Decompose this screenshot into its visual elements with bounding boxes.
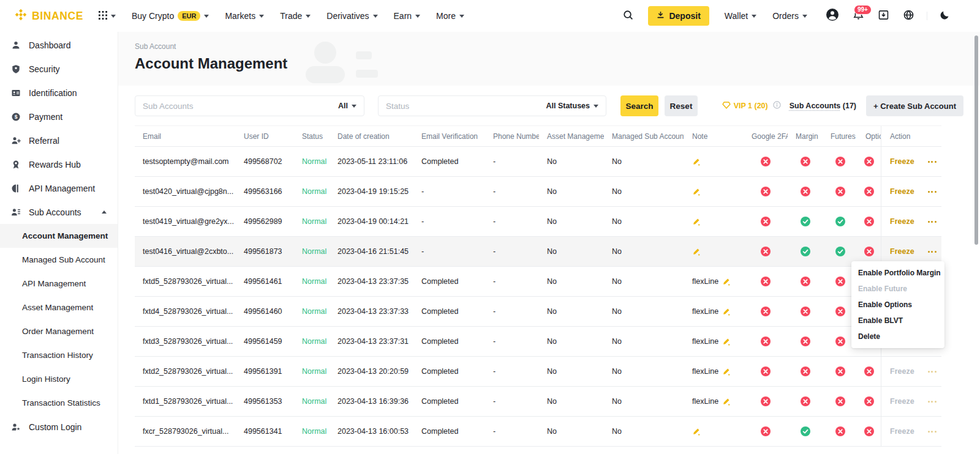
disabled-cross-icon[interactable] — [761, 307, 771, 316]
freeze-button[interactable]: Freeze — [890, 427, 914, 436]
row-actions-button[interactable] — [928, 431, 937, 433]
freeze-button[interactable]: Freeze — [890, 157, 914, 166]
disabled-cross-icon[interactable] — [835, 396, 845, 406]
sidebar-item-sub-accounts[interactable]: Sub Accounts — [0, 200, 118, 224]
orders-menu[interactable]: Orders — [764, 11, 815, 21]
col-header-managed-sub-account[interactable]: Managed Sub Account — [604, 132, 684, 141]
edit-note-icon[interactable] — [722, 338, 730, 346]
edit-note-icon[interactable] — [722, 398, 730, 406]
row-actions-button[interactable] — [928, 251, 937, 253]
sub-accounts-type-select[interactable]: All — [338, 102, 356, 110]
edit-note-icon[interactable] — [692, 428, 700, 436]
sidebar-item-identification[interactable]: Identification — [0, 81, 118, 105]
binance-logo[interactable]: BINANCE — [13, 7, 83, 24]
disabled-cross-icon[interactable] — [761, 187, 771, 196]
row-actions-button[interactable] — [928, 401, 937, 403]
apps-menu-button[interactable] — [91, 0, 124, 32]
row-actions-button[interactable] — [928, 371, 937, 373]
disabled-cross-icon[interactable] — [835, 426, 845, 436]
disabled-cross-icon[interactable] — [761, 396, 771, 406]
disabled-cross-icon[interactable] — [801, 277, 810, 286]
sidebar-subitem-login-history[interactable]: Login History — [0, 367, 118, 391]
edit-note-icon[interactable] — [692, 218, 700, 226]
deposit-button[interactable]: Deposit — [648, 6, 709, 26]
disabled-cross-icon[interactable] — [801, 396, 810, 406]
reset-button[interactable]: Reset — [665, 95, 698, 116]
create-sub-account-button[interactable]: + Create Sub Account — [866, 95, 963, 116]
disabled-cross-icon[interactable] — [761, 277, 771, 286]
disabled-cross-icon[interactable] — [835, 367, 845, 376]
vertical-scrollbar[interactable] — [974, 35, 978, 245]
edit-note-icon[interactable] — [692, 248, 700, 256]
status-select[interactable]: All Statuses — [546, 102, 598, 110]
menu-item-enable-blvt[interactable]: Enable BLVT — [851, 313, 944, 329]
disabled-cross-icon[interactable] — [835, 187, 845, 196]
edit-note-icon[interactable] — [722, 278, 730, 286]
sidebar-subitem-asset-management[interactable]: Asset Management — [0, 296, 118, 319]
disabled-cross-icon[interactable] — [801, 307, 810, 316]
disabled-cross-icon[interactable] — [864, 187, 874, 196]
row-actions-button[interactable] — [928, 191, 937, 193]
freeze-button[interactable]: Freeze — [890, 397, 914, 406]
dark-mode-toggle[interactable] — [933, 10, 957, 23]
edit-note-icon[interactable] — [722, 308, 730, 316]
edit-note-icon[interactable] — [692, 158, 700, 166]
sidebar-item-dashboard[interactable]: Dashboard — [0, 33, 118, 57]
menu-item-enable-options[interactable]: Enable Options — [851, 297, 944, 313]
disabled-cross-icon[interactable] — [801, 187, 810, 196]
sidebar-item-rewards-hub[interactable]: Rewards Hub — [0, 152, 118, 176]
nav-buy-crypto[interactable]: Buy Crypto EUR — [124, 0, 217, 32]
disabled-cross-icon[interactable] — [864, 247, 874, 256]
disabled-cross-icon[interactable] — [864, 426, 874, 436]
sidebar-item-security[interactable]: Security — [0, 57, 118, 81]
disabled-cross-icon[interactable] — [835, 337, 845, 346]
disabled-cross-icon[interactable] — [761, 337, 771, 346]
enabled-check-icon[interactable] — [835, 217, 845, 226]
disabled-cross-icon[interactable] — [761, 217, 771, 226]
menu-item-delete[interactable]: Delete — [851, 329, 944, 344]
nav-earn[interactable]: Earn — [386, 0, 429, 32]
download-app-button[interactable] — [871, 9, 896, 23]
row-actions-button[interactable] — [928, 221, 937, 223]
status-search-input[interactable]: Status All Statuses — [378, 95, 606, 116]
col-header-asset-management[interactable]: Asset Management — [539, 132, 604, 141]
sidebar-item-api-management[interactable]: API Management — [0, 176, 118, 200]
sidebar-subitem-managed-sub-account[interactable]: Managed Sub Account — [0, 248, 118, 272]
language-button[interactable] — [896, 9, 921, 23]
wallet-menu[interactable]: Wallet — [717, 11, 764, 21]
disabled-cross-icon[interactable] — [761, 426, 771, 436]
sidebar-item-referral[interactable]: Referral — [0, 128, 118, 152]
disabled-cross-icon[interactable] — [864, 396, 874, 406]
nav-derivatives[interactable]: Derivatives — [318, 0, 385, 32]
disabled-cross-icon[interactable] — [835, 157, 845, 166]
search-button[interactable] — [616, 9, 641, 23]
menu-item-enable-portfolio-margin[interactable]: Enable Portfolio Margin — [851, 265, 944, 281]
nav-markets[interactable]: Markets — [217, 0, 272, 32]
freeze-button[interactable]: Freeze — [890, 187, 914, 196]
nav-more[interactable]: More — [428, 0, 472, 32]
disabled-cross-icon[interactable] — [801, 157, 810, 166]
sidebar-subitem-transaction-statistics[interactable]: Transaction Statistics — [0, 391, 118, 415]
sidebar-item-payment[interactable]: $ Payment — [0, 105, 118, 128]
sidebar-subitem-order-management[interactable]: Order Management — [0, 319, 118, 343]
info-icon[interactable] — [773, 100, 781, 111]
disabled-cross-icon[interactable] — [835, 307, 845, 316]
sub-accounts-search-input[interactable]: Sub Accounts All — [135, 95, 364, 116]
disabled-cross-icon[interactable] — [761, 157, 771, 166]
disabled-cross-icon[interactable] — [864, 367, 874, 376]
disabled-cross-icon[interactable] — [801, 367, 810, 376]
sidebar-subitem-account-management[interactable]: Account Management — [0, 224, 118, 248]
search-button[interactable]: Search — [620, 95, 658, 116]
enabled-check-icon[interactable] — [801, 426, 810, 436]
enabled-check-icon[interactable] — [801, 217, 810, 226]
profile-button[interactable] — [819, 8, 846, 24]
sidebar-item-custom-login[interactable]: Custom Login — [0, 415, 118, 439]
row-actions-button[interactable] — [928, 161, 937, 163]
disabled-cross-icon[interactable] — [761, 247, 771, 256]
freeze-button[interactable]: Freeze — [890, 367, 914, 376]
disabled-cross-icon[interactable] — [864, 157, 874, 166]
enabled-check-icon[interactable] — [801, 247, 810, 256]
disabled-cross-icon[interactable] — [835, 277, 845, 286]
disabled-cross-icon[interactable] — [761, 367, 771, 376]
edit-note-icon[interactable] — [692, 188, 700, 196]
